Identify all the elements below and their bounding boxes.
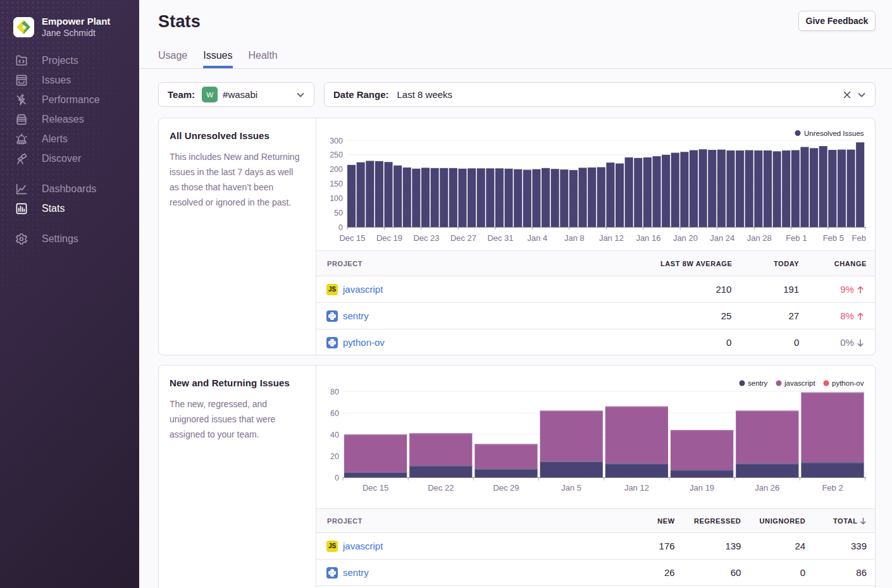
svg-text:Dec 27: Dec 27 <box>450 233 476 243</box>
svg-text:0: 0 <box>338 223 343 232</box>
svg-text:Jan 12: Jan 12 <box>599 233 624 243</box>
svg-text:javascript: javascript <box>784 379 815 387</box>
svg-text:300: 300 <box>330 137 343 145</box>
svg-text:20: 20 <box>330 452 339 461</box>
svg-text:Jan 12: Jan 12 <box>624 483 649 493</box>
svg-text:0: 0 <box>335 474 339 482</box>
svg-text:Unresolved Issues: Unresolved Issues <box>804 130 864 137</box>
svg-text:Dec 19: Dec 19 <box>376 233 402 243</box>
svg-text:Jan 16: Jan 16 <box>636 233 660 243</box>
svg-text:50: 50 <box>334 209 343 217</box>
svg-text:Jan 28: Jan 28 <box>747 233 772 243</box>
svg-text:Jan 19: Jan 19 <box>690 483 714 493</box>
svg-text:Feb: Feb <box>852 233 866 243</box>
svg-text:Jan 4: Jan 4 <box>527 233 547 243</box>
svg-text:Dec 22: Dec 22 <box>428 483 454 493</box>
svg-text:Dec 23: Dec 23 <box>413 233 439 243</box>
svg-text:Jan 24: Jan 24 <box>710 233 734 243</box>
svg-text:250: 250 <box>330 150 343 159</box>
svg-text:Feb 1: Feb 1 <box>786 233 807 243</box>
svg-text:Dec 31: Dec 31 <box>487 233 513 243</box>
svg-text:40: 40 <box>330 431 339 439</box>
svg-text:Jan 5: Jan 5 <box>561 483 581 493</box>
svg-text:60: 60 <box>330 409 339 418</box>
svg-text:150: 150 <box>330 180 343 188</box>
svg-text:Jan 20: Jan 20 <box>673 233 698 243</box>
svg-text:Dec 15: Dec 15 <box>339 233 365 243</box>
svg-text:Jan 26: Jan 26 <box>755 483 779 493</box>
svg-text:Dec 29: Dec 29 <box>493 483 519 493</box>
svg-text:100: 100 <box>330 194 343 203</box>
svg-text:python-ov: python-ov <box>832 379 864 387</box>
svg-text:80: 80 <box>330 388 339 396</box>
svg-text:Feb 2: Feb 2 <box>822 483 843 493</box>
svg-text:sentry: sentry <box>748 379 768 387</box>
svg-text:200: 200 <box>330 165 343 174</box>
svg-text:Feb 5: Feb 5 <box>823 233 844 243</box>
svg-text:Dec 15: Dec 15 <box>362 483 388 493</box>
svg-text:Jan 8: Jan 8 <box>564 233 585 243</box>
